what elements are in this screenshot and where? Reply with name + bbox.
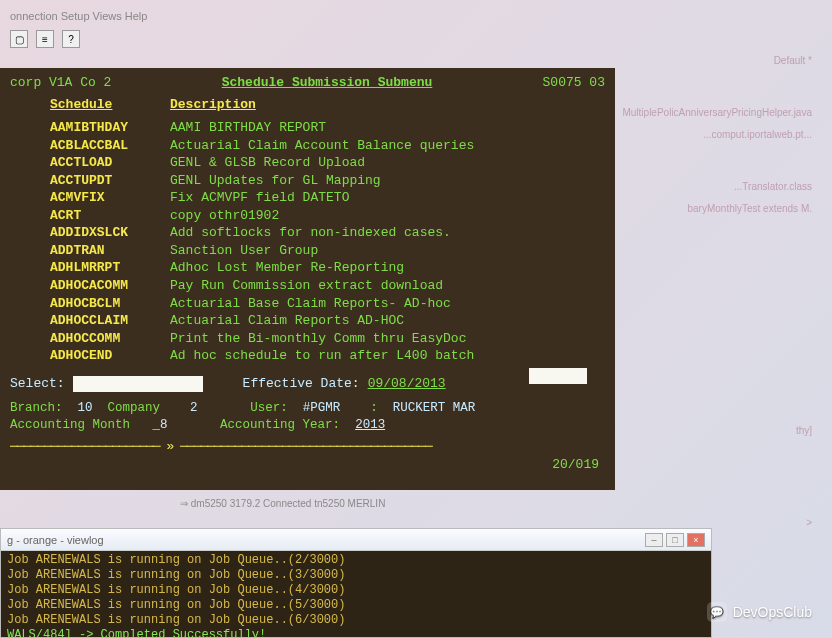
acctmonth-label: Accounting Month [10,418,130,432]
schedule-row[interactable]: ADHOCCOMMPrint the Bi-monthly Comm thru … [50,330,605,348]
schedule-row[interactable]: ADDTRANSanction User Group [50,242,605,260]
schedule-row[interactable]: ACMVFIXFix ACMVPF field DATETO [50,189,605,207]
user-name: RUCKERT MAR [393,401,476,415]
branch-label: Branch: [10,401,63,415]
schedule-row[interactable]: ACBLACCBALActuarial Claim Account Balanc… [50,137,605,155]
toolbar-btn-3[interactable]: ? [62,30,80,48]
chat-icon: 💬 [707,602,727,622]
toolbar-btn-1[interactable]: ▢ [10,30,28,48]
background-editor-text: Default * MultiplePolicAnniversaryPricin… [622,50,812,534]
schedule-row[interactable]: ADHOCENDAd hoc schedule to run after L40… [50,347,605,365]
schedule-code: ADDTRAN [50,242,170,260]
schedule-desc: Actuarial Claim Reports AD-HOC [170,312,404,330]
select-input[interactable] [73,376,203,392]
toolbar: ▢ ≡ ? [10,30,80,48]
schedule-desc: Actuarial Base Claim Reports- AD-hoc [170,295,451,313]
maximize-button[interactable]: □ [666,533,684,547]
header-schedule: Schedule [50,96,170,114]
user-value: #PGMR [303,401,341,415]
schedule-desc: copy othr01902 [170,207,279,225]
schedule-code: ACMVFIX [50,189,170,207]
log-body[interactable]: Job ARENEWALS is running on Job Queue..(… [1,551,711,637]
log-window: g - orange - viewlog – □ × Job ARENEWALS… [0,528,712,638]
schedule-row[interactable]: ADHOCACOMMPay Run Commission extract dow… [50,277,605,295]
schedule-code: ADHOCCLAIM [50,312,170,330]
close-button[interactable]: × [687,533,705,547]
effective-date-label: Effective Date: [243,375,360,393]
schedule-row[interactable]: ADHLMRRPTAdhoc Lost Member Re-Reporting [50,259,605,277]
schedule-desc: Ad hoc schedule to run after L400 batch [170,347,474,365]
log-window-title: g - orange - viewlog [7,534,104,546]
schedule-row[interactable]: ADHOCCLAIMActuarial Claim Reports AD-HOC [50,312,605,330]
schedule-desc: Fix ACMVPF field DATETO [170,189,349,207]
schedule-code: ADHOCEND [50,347,170,365]
default-label: Default * [622,50,812,72]
schedule-code: ADHOCCOMM [50,330,170,348]
schedule-code: ADDIDXSLCK [50,224,170,242]
schedule-code: ADHOCBCLM [50,295,170,313]
select-line: Select: Effective Date: 09/08/2013 [10,375,605,393]
minimize-button[interactable]: – [645,533,663,547]
schedule-code: ACCTLOAD [50,154,170,172]
header-description: Description [170,96,256,114]
schedule-desc: GENL & GLSB Record Upload [170,154,365,172]
schedule-desc: Adhoc Lost Member Re-Reporting [170,259,404,277]
info-block: Branch: 10 Company 2 User: #PGMR : RUCKE… [10,400,605,434]
toolbar-btn-2[interactable]: ≡ [36,30,54,48]
watermark: 💬 DevOpsClub [707,602,812,622]
log-line: Job ARENEWALS is running on Job Queue..(… [7,598,705,613]
schedule-desc: Actuarial Claim Account Balance queries [170,137,474,155]
effective-date-value[interactable]: 09/08/2013 [368,375,446,393]
schedule-code: ACBLACCBAL [50,137,170,155]
schedule-code: ADHLMRRPT [50,259,170,277]
log-line: Job ARENEWALS is running on Job Queue..(… [7,613,705,628]
branch-value: 10 [78,401,93,415]
system-id: corp V1A Co 2 [10,74,111,92]
log-line: Job ARENEWALS is running on Job Queue..(… [7,583,705,598]
column-headers: Schedule Description [10,96,605,114]
company-value: 2 [190,401,198,415]
schedule-row[interactable]: ADDIDXSLCKAdd softlocks for non-indexed … [50,224,605,242]
schedule-row[interactable]: AAMIBTHDAYAAMI BIRTHDAY REPORT [50,119,605,137]
log-line: Job ARENEWALS is running on Job Queue..(… [7,553,705,568]
schedule-row[interactable]: ACCTLOADGENL & GLSB Record Upload [50,154,605,172]
log-success: WALS/484] -> Completed Successfully! [7,628,705,638]
connection-status: ⇒ dm5250 3179.2 Connected tn5250 MERLIN [180,498,385,509]
log-line: Job ARENEWALS is running on Job Queue..(… [7,568,705,583]
acctyear-label: Accounting Year: [220,418,340,432]
schedule-code: ADHOCACOMM [50,277,170,295]
more-indicator [529,368,587,384]
schedule-desc: Sanction User Group [170,242,318,260]
select-label: Select: [10,375,65,393]
schedule-row[interactable]: ACRTcopy othr01902 [50,207,605,225]
terminal-header: corp V1A Co 2 Schedule Submission Submen… [10,74,605,92]
screen-title: Schedule Submission Submenu [222,74,433,92]
watermark-text: DevOpsClub [733,604,812,620]
schedule-desc: Add softlocks for non-indexed cases. [170,224,451,242]
schedule-row[interactable]: ACCTUPDTGENL Updates for GL Mapping [50,172,605,190]
schedule-code: AAMIBTHDAY [50,119,170,137]
screen-code: S0075 03 [543,74,605,92]
log-window-titlebar[interactable]: g - orange - viewlog – □ × [1,529,711,551]
schedule-code: ACRT [50,207,170,225]
schedule-desc: AAMI BIRTHDAY REPORT [170,119,326,137]
terminal-window[interactable]: corp V1A Co 2 Schedule Submission Submen… [0,68,615,490]
divider: ────────────────────── » ───────────────… [10,438,605,456]
acctyear-value: 2013 [355,418,385,432]
schedule-row[interactable]: ADHOCBCLMActuarial Base Claim Reports- A… [50,295,605,313]
user-label: User: [250,401,288,415]
company-label: Company [108,401,161,415]
schedule-desc: GENL Updates for GL Mapping [170,172,381,190]
schedule-desc: Print the Bi-monthly Comm thru EasyDoc [170,330,466,348]
acctmonth-value: _8 [153,418,168,432]
schedule-code: ACCTUPDT [50,172,170,190]
schedule-desc: Pay Run Commission extract download [170,277,443,295]
menubar[interactable]: onnection Setup Views Help [10,10,147,22]
cursor-position: 20/019 [10,456,605,474]
schedule-list: AAMIBTHDAYAAMI BIRTHDAY REPORTACBLACCBAL… [50,119,605,365]
